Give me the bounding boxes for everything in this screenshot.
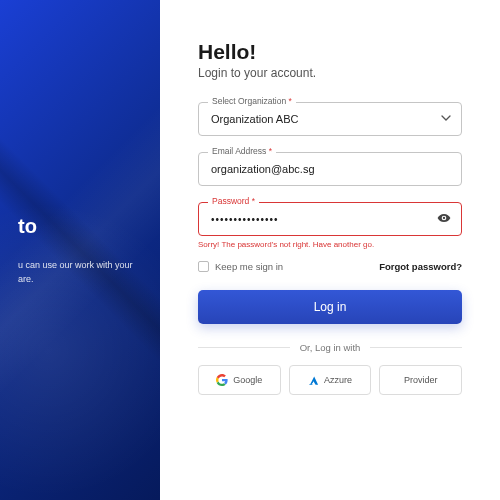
divider-text: Or, Log in with bbox=[300, 342, 361, 353]
keep-signed-in[interactable]: Keep me sign in bbox=[198, 261, 283, 272]
organization-field: Select Organization * Organization ABC bbox=[198, 102, 462, 136]
hero-panel: to u can use our work with your are. bbox=[0, 0, 160, 500]
eye-icon[interactable] bbox=[437, 211, 451, 227]
hero-body: u can use our work with your are. bbox=[18, 259, 142, 286]
google-label: Google bbox=[233, 375, 262, 385]
chevron-down-icon bbox=[441, 113, 451, 125]
google-button[interactable]: Google bbox=[198, 365, 281, 395]
azure-button[interactable]: Azzure bbox=[289, 365, 372, 395]
provider-label: Provider bbox=[404, 375, 438, 385]
greeting: Hello! bbox=[198, 40, 462, 64]
organization-label: Select Organization * bbox=[208, 96, 296, 106]
azure-label: Azzure bbox=[324, 375, 352, 385]
email-field-wrap: Email Address * organization@abc.sg bbox=[198, 152, 462, 186]
password-value: ••••••••••••••• bbox=[211, 214, 279, 225]
google-icon bbox=[216, 374, 228, 386]
keep-checkbox[interactable] bbox=[198, 261, 209, 272]
password-field-wrap: Password * ••••••••••••••• Sorry! The pa… bbox=[198, 202, 462, 249]
forgot-password-link[interactable]: Forgot password? bbox=[379, 261, 462, 272]
email-label: Email Address * bbox=[208, 146, 276, 156]
keep-label: Keep me sign in bbox=[215, 261, 283, 272]
email-field[interactable]: organization@abc.sg bbox=[198, 152, 462, 186]
organization-value: Organization ABC bbox=[211, 113, 298, 125]
provider-button[interactable]: Provider bbox=[379, 365, 462, 395]
hero-title: to bbox=[18, 214, 142, 239]
azure-icon bbox=[308, 375, 319, 386]
password-field[interactable]: ••••••••••••••• bbox=[198, 202, 462, 236]
subtitle: Login to your account. bbox=[198, 66, 462, 80]
login-button[interactable]: Log in bbox=[198, 290, 462, 324]
password-label: Password * bbox=[208, 196, 259, 206]
divider: Or, Log in with bbox=[198, 342, 462, 353]
login-panel: Hello! Login to your account. Select Org… bbox=[160, 0, 500, 500]
organization-select[interactable]: Organization ABC bbox=[198, 102, 462, 136]
email-value: organization@abc.sg bbox=[211, 163, 315, 175]
password-error: Sorry! The password's not right. Have an… bbox=[198, 240, 462, 249]
